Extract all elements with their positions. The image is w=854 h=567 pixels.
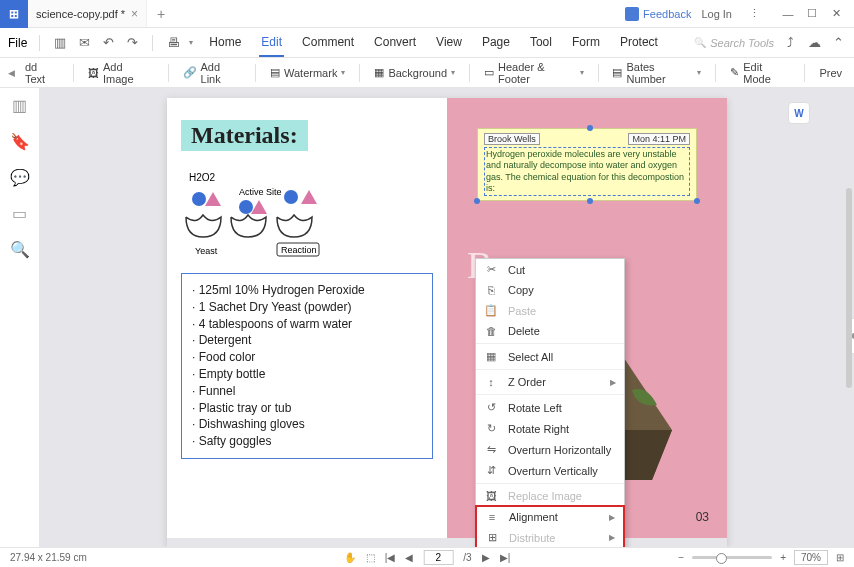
- last-page-icon[interactable]: ▶|: [500, 552, 511, 563]
- nav-left-icon[interactable]: ◀: [8, 68, 15, 78]
- svg-marker-5: [301, 190, 317, 204]
- flip-h-icon: ⇋: [484, 443, 498, 456]
- bookmarks-icon[interactable]: 🔖: [11, 132, 29, 150]
- cm-overturn-h[interactable]: ⇋Overturn Horizontally: [476, 439, 624, 460]
- fit-page-icon[interactable]: ⊞: [836, 552, 844, 563]
- document-canvas[interactable]: Materials: H2O2 Active Site Yeast Reacti…: [40, 88, 854, 547]
- tab-protect[interactable]: Protect: [618, 29, 660, 57]
- cm-rotate-right[interactable]: ↻Rotate Right: [476, 418, 624, 439]
- cm-delete[interactable]: 🗑Delete: [476, 321, 624, 341]
- tab-view[interactable]: View: [434, 29, 464, 57]
- mail-icon[interactable]: ✉: [76, 35, 92, 51]
- open-icon[interactable]: ▥: [52, 35, 68, 51]
- attachments-icon[interactable]: ▭: [11, 204, 29, 222]
- search-icon[interactable]: 🔍: [11, 240, 29, 258]
- maximize-button[interactable]: ☐: [800, 2, 824, 26]
- zoom-in-icon[interactable]: +: [780, 552, 786, 563]
- reaction-label: Reaction: [281, 245, 317, 255]
- cm-overturn-v[interactable]: ⇵Overturn Vertically: [476, 460, 624, 481]
- left-sidebar: ▥ 🔖 💬 ▭ 🔍: [0, 88, 40, 547]
- zoom-slider[interactable]: [692, 556, 772, 559]
- background-button[interactable]: ▦Background▾: [370, 66, 459, 79]
- hand-tool-icon[interactable]: ✋: [344, 552, 356, 563]
- svg-marker-1: [205, 192, 221, 206]
- cm-copy[interactable]: ⎘Copy: [476, 280, 624, 300]
- file-menu[interactable]: File: [8, 36, 27, 50]
- tab-add-button[interactable]: +: [147, 6, 175, 22]
- svg-marker-3: [251, 200, 267, 214]
- tab-close-icon[interactable]: ×: [131, 7, 138, 21]
- close-button[interactable]: ✕: [824, 2, 848, 26]
- edit-mode-button[interactable]: ✎Edit Mode: [726, 61, 794, 85]
- print-icon[interactable]: 🖶: [165, 35, 181, 51]
- add-image-button[interactable]: 🖼Add Image: [84, 61, 158, 85]
- statusbar: 27.94 x 21.59 cm ✋ ⬚ |◀ ◀ /3 ▶ ▶| − + 70…: [0, 547, 854, 567]
- add-text-button[interactable]: dd Text: [21, 61, 63, 85]
- page-total: /3: [463, 552, 471, 563]
- page-number: 03: [696, 510, 709, 524]
- prev-button[interactable]: Prev: [815, 67, 846, 79]
- menubar: File ▥ ✉ ↶ ↷ 🖶 ▾ Home Edit Comment Conve…: [0, 28, 854, 58]
- tab-tool[interactable]: Tool: [528, 29, 554, 57]
- tab-edit[interactable]: Edit: [259, 29, 284, 57]
- titlebar: ⊞ science-copy.pdf * × + Feedback Log In…: [0, 0, 854, 28]
- word-export-icon[interactable]: W: [788, 102, 810, 124]
- minimize-button[interactable]: —: [776, 2, 800, 26]
- next-page-icon[interactable]: ▶: [482, 552, 490, 563]
- flip-v-icon: ⇵: [484, 464, 498, 477]
- svg-point-4: [284, 190, 298, 204]
- header-footer-button[interactable]: ▭Header & Footer▾: [480, 61, 587, 85]
- tab-convert[interactable]: Convert: [372, 29, 418, 57]
- edit-toolbar: ◀ dd Text 🖼Add Image 🔗Add Link ▤Watermar…: [0, 58, 854, 88]
- cloud-icon[interactable]: ☁: [806, 35, 822, 51]
- thumbnails-icon[interactable]: ▥: [11, 96, 29, 114]
- header-footer-icon: ▭: [484, 66, 494, 79]
- login-button[interactable]: Log In: [701, 8, 732, 20]
- rotate-left-icon: ↺: [484, 401, 498, 414]
- cm-cut[interactable]: ✂Cut: [476, 259, 624, 280]
- menu-dots-icon[interactable]: ⋮: [742, 2, 766, 26]
- bates-icon: ▤: [612, 66, 622, 79]
- document-tab[interactable]: science-copy.pdf * ×: [28, 0, 147, 27]
- sticky-time: Mon 4:11 PM: [628, 133, 690, 145]
- list-item: Plastic tray or tub: [192, 400, 422, 417]
- context-menu: ✂Cut ⎘Copy 📋Paste 🗑Delete ▦Select All ↕Z…: [475, 258, 625, 567]
- z-order-icon: ↕: [484, 376, 498, 388]
- cm-select-all[interactable]: ▦Select All: [476, 346, 624, 367]
- tab-page[interactable]: Page: [480, 29, 512, 57]
- vertical-scrollbar[interactable]: [846, 188, 852, 388]
- bates-number-button[interactable]: ▤Bates Number▾: [608, 61, 705, 85]
- zoom-out-icon[interactable]: −: [678, 552, 684, 563]
- select-tool-icon[interactable]: ⬚: [366, 552, 375, 563]
- active-site-label: Active Site: [239, 187, 282, 197]
- list-item: Safty goggles: [192, 433, 422, 450]
- cm-z-order[interactable]: ↕Z Order▶: [476, 372, 624, 392]
- comments-icon[interactable]: 💬: [11, 168, 29, 186]
- feedback-icon: [625, 7, 639, 21]
- add-link-button[interactable]: 🔗Add Link: [179, 61, 246, 85]
- svg-point-2: [239, 200, 253, 214]
- prev-page-icon[interactable]: ◀: [405, 552, 413, 563]
- cm-rotate-left[interactable]: ↺Rotate Left: [476, 397, 624, 418]
- page-input[interactable]: [423, 550, 453, 565]
- feedback-button[interactable]: Feedback: [625, 7, 691, 21]
- share-icon[interactable]: ⤴: [782, 35, 798, 51]
- cm-alignment[interactable]: ≡Alignment▶: [477, 507, 623, 527]
- collapse-ribbon-icon[interactable]: ⌃: [830, 35, 846, 51]
- search-tools-input[interactable]: Search Tools: [694, 37, 774, 49]
- watermark-button[interactable]: ▤Watermark▾: [266, 66, 349, 79]
- watermark-icon: ▤: [270, 66, 280, 79]
- undo-icon[interactable]: ↶: [100, 35, 116, 51]
- sticky-note[interactable]: Brook Wells Mon 4:11 PM Hydrogen peroxid…: [477, 128, 697, 201]
- materials-list: 125ml 10% Hydrogen Peroxide 1 Sachet Dry…: [181, 273, 433, 459]
- tab-home[interactable]: Home: [207, 29, 243, 57]
- tab-form[interactable]: Form: [570, 29, 602, 57]
- materials-heading: Materials:: [181, 120, 308, 151]
- h2o2-label: H2O2: [189, 172, 216, 183]
- redo-icon[interactable]: ↷: [124, 35, 140, 51]
- yeast-label: Yeast: [195, 246, 218, 256]
- first-page-icon[interactable]: |◀: [385, 552, 396, 563]
- tab-comment[interactable]: Comment: [300, 29, 356, 57]
- cut-icon: ✂: [484, 263, 498, 276]
- paste-icon: 📋: [484, 304, 498, 317]
